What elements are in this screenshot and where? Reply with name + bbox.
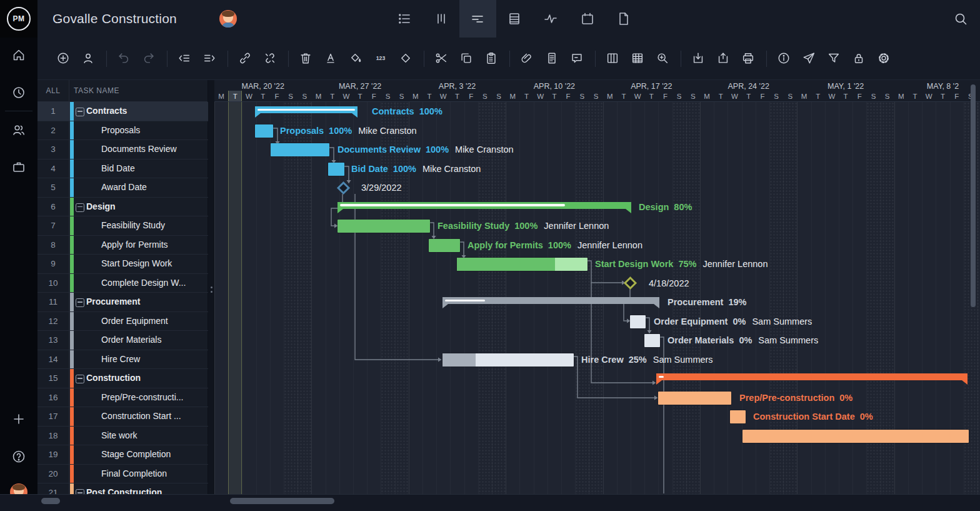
bar-task-name: Contracts	[372, 106, 414, 116]
tab-docs-view[interactable]	[606, 0, 642, 38]
notes-button[interactable]	[545, 51, 560, 66]
delete-task-button[interactable]	[299, 51, 314, 66]
task-row[interactable]: 21Post Construction	[38, 483, 208, 494]
attachment-button[interactable]	[520, 51, 535, 66]
task-row[interactable]: 20Final Completion	[38, 465, 208, 484]
tab-activity-view[interactable]	[532, 0, 569, 38]
gantt-bar-order-equipment[interactable]	[630, 315, 646, 328]
task-row[interactable]: 5Award Date	[38, 178, 208, 198]
unlink-tasks-button[interactable]	[263, 51, 278, 66]
panel-layout-button[interactable]	[606, 51, 621, 66]
gantt-bar-apply-for-permits[interactable]	[429, 239, 460, 252]
task-row[interactable]: 15Construction	[38, 369, 208, 388]
column-header-task-name[interactable]: TASK NAME	[74, 80, 119, 102]
paste-button[interactable]	[484, 51, 499, 66]
comment-button[interactable]	[570, 51, 585, 66]
task-panel-hscrollbar[interactable]	[41, 498, 60, 504]
chart-hscrollbar[interactable]	[230, 498, 334, 504]
task-row[interactable]: 10Complete Design W...	[38, 274, 208, 293]
tab-gantt-view[interactable]	[459, 0, 496, 38]
task-row[interactable]: 13Order Materials	[38, 331, 208, 350]
gantt-bar-documents-review[interactable]	[271, 143, 329, 156]
tab-sheet-view[interactable]	[496, 0, 533, 38]
collapse-icon[interactable]	[76, 108, 84, 116]
task-row[interactable]: 2Proposals	[38, 121, 208, 141]
add-milestone-button[interactable]	[399, 51, 414, 66]
collapse-icon[interactable]	[76, 489, 84, 494]
cut-button[interactable]	[434, 51, 449, 66]
summary-bar[interactable]	[656, 373, 968, 380]
zoom-in-button[interactable]	[656, 51, 671, 66]
add-button[interactable]	[11, 412, 26, 427]
project-owner-avatar[interactable]	[219, 10, 237, 28]
fill-color-button[interactable]	[349, 51, 364, 66]
undo-button[interactable]	[117, 51, 132, 66]
link-tasks-button[interactable]	[238, 51, 253, 66]
task-row[interactable]: 11Procurement	[38, 293, 208, 312]
task-row[interactable]: 6Design	[38, 198, 208, 217]
portfolio-button[interactable]	[11, 159, 26, 175]
print-button[interactable]	[741, 51, 756, 66]
gantt-bar-start-design-work[interactable]	[457, 258, 588, 271]
recent-button[interactable]	[11, 85, 26, 100]
copy-button[interactable]	[459, 51, 474, 66]
table-view-button[interactable]	[631, 51, 646, 66]
collapse-icon[interactable]	[76, 203, 84, 212]
help-button[interactable]	[11, 449, 26, 464]
search-button[interactable]	[953, 11, 968, 26]
tab-board-view[interactable]	[423, 0, 460, 38]
settings-button[interactable]	[877, 51, 892, 66]
gantt-bar-construction-start-date[interactable]	[730, 410, 746, 423]
import-button[interactable]	[691, 51, 706, 66]
info-button[interactable]	[777, 51, 792, 66]
summary-bar-design[interactable]	[338, 202, 631, 209]
task-row[interactable]: 7Feasibility Study	[38, 216, 208, 236]
lock-button[interactable]	[852, 51, 867, 66]
task-row[interactable]: 8Apply for Permits	[38, 236, 208, 255]
gantt-bar-hire-crew[interactable]	[442, 353, 574, 367]
tab-calendar-view[interactable]	[569, 0, 606, 38]
task-name: Contracts	[86, 102, 127, 121]
task-row[interactable]: 18Site work	[38, 427, 208, 446]
gantt-bar-order-materials[interactable]	[644, 334, 660, 347]
gantt-bar-proposals[interactable]	[255, 124, 273, 138]
filter-button[interactable]	[827, 51, 842, 66]
gantt-bar-feasibility-study[interactable]	[338, 220, 430, 233]
chart-vscrollbar[interactable]	[971, 84, 976, 307]
activity-view-icon	[543, 11, 558, 26]
collapse-icon[interactable]	[76, 375, 84, 383]
redo-button[interactable]	[142, 51, 157, 66]
gantt-bar-prep-pre-construction[interactable]	[658, 392, 731, 405]
indent-button[interactable]	[202, 51, 218, 66]
day-cell: T	[936, 91, 949, 102]
number-format-button[interactable]: 123	[374, 51, 389, 66]
task-row[interactable]: 12Order Equipment	[38, 312, 208, 331]
add-task-button[interactable]	[56, 51, 71, 66]
column-header-all[interactable]: ALL	[38, 80, 69, 102]
gantt-bar-bid-date[interactable]	[328, 163, 344, 176]
export-button[interactable]	[716, 51, 731, 66]
home-button[interactable]	[11, 48, 26, 63]
tab-list-view[interactable]	[386, 0, 423, 38]
bar-task-name: Order Equipment	[654, 316, 728, 326]
gantt-bar[interactable]	[742, 430, 969, 443]
team-button[interactable]	[11, 123, 26, 138]
task-row[interactable]: 14Hire Crew	[38, 350, 208, 370]
share-button[interactable]	[802, 51, 817, 66]
summary-bar-contracts[interactable]	[255, 106, 358, 113]
task-row[interactable]: 16Prep/Pre-constructi...	[38, 388, 208, 408]
task-row[interactable]: 17Construction Start ...	[38, 407, 208, 427]
task-row[interactable]: 4Bid Date	[38, 159, 208, 179]
summary-bar-procurement[interactable]	[442, 297, 659, 304]
collapse-icon[interactable]	[76, 298, 84, 307]
outdent-button[interactable]	[178, 51, 192, 66]
text-format-button[interactable]	[324, 51, 339, 66]
task-row[interactable]: 3Documents Review	[38, 140, 208, 159]
toolbar-separator	[106, 51, 107, 67]
panel-resize-handle[interactable]	[208, 80, 214, 494]
task-row[interactable]: 19Stage Completion	[38, 445, 208, 465]
app-logo[interactable]: PM	[0, 0, 38, 38]
task-row[interactable]: 9Start Design Work	[38, 255, 208, 274]
assign-user-button[interactable]	[81, 51, 96, 66]
task-row[interactable]: 1Contracts	[38, 102, 208, 121]
